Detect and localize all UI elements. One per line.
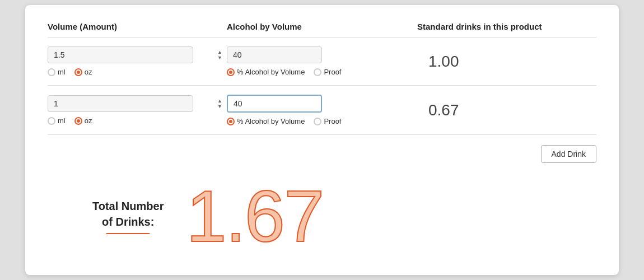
volume-cell-2: ▲ ▼ ml oz <box>48 95 227 125</box>
abv-type-group-1: % Alcohol by Volume Proof <box>227 68 417 76</box>
total-section: Total Number of Drinks: 1.67 <box>48 180 596 253</box>
unit-ml-2[interactable]: ml <box>48 116 66 125</box>
unit-radio-group-2: ml oz <box>48 116 227 125</box>
abv-percent-label-2: % Alcohol by Volume <box>237 117 305 125</box>
std-drinks-cell-2: 0.67 <box>417 101 596 119</box>
main-card: Volume (Amount) Alcohol by Volume Standa… <box>25 5 619 275</box>
total-label-line2: of Drinks: <box>102 216 154 228</box>
volume-input-2[interactable] <box>48 95 193 112</box>
abv-proof-circle-1 <box>314 68 321 76</box>
abv-input-1[interactable] <box>227 46 322 63</box>
abv-proof-2[interactable]: Proof <box>314 117 341 125</box>
table-header: Volume (Amount) Alcohol by Volume Standa… <box>48 22 596 38</box>
spinner-up-1[interactable]: ▲ <box>217 50 222 55</box>
volume-input-wrapper-2: ▲ ▼ <box>48 95 227 112</box>
abv-type-group-2: % Alcohol by Volume Proof <box>227 117 417 125</box>
spinner-down-2[interactable]: ▼ <box>217 104 222 109</box>
spinner-up-2[interactable]: ▲ <box>217 99 222 104</box>
header-std-drinks: Standard drinks in this product <box>417 22 596 31</box>
std-drinks-value-1: 1.00 <box>417 53 596 71</box>
unit-oz-1[interactable]: oz <box>74 68 92 76</box>
header-abv: Alcohol by Volume <box>227 22 417 31</box>
unit-ml-circle-2 <box>48 117 55 125</box>
abv-proof-label-1: Proof <box>324 68 341 76</box>
unit-ml-1[interactable]: ml <box>48 68 66 76</box>
spinner-2: ▲ ▼ <box>217 99 222 109</box>
unit-ml-circle-1 <box>48 68 55 76</box>
abv-percent-label-1: % Alcohol by Volume <box>237 68 305 76</box>
std-drinks-value-2: 0.67 <box>417 101 596 119</box>
abv-proof-1[interactable]: Proof <box>314 68 341 76</box>
unit-oz-2[interactable]: oz <box>74 116 92 125</box>
abv-percent-1[interactable]: % Alcohol by Volume <box>227 68 305 76</box>
volume-cell-1: ▲ ▼ ml oz <box>48 46 227 76</box>
volume-input-wrapper-1: ▲ ▼ <box>48 46 227 63</box>
unit-oz-label-1: oz <box>85 68 92 76</box>
table-row-2: ▲ ▼ ml oz <box>48 86 596 135</box>
add-drink-button[interactable]: Add Drink <box>541 145 596 163</box>
abv-cell-1: % Alcohol by Volume Proof <box>227 46 417 76</box>
unit-ml-label-2: ml <box>58 116 66 125</box>
drinks-table: Volume (Amount) Alcohol by Volume Standa… <box>48 22 596 135</box>
abv-percent-circle-2 <box>227 118 235 125</box>
unit-oz-circle-1 <box>74 68 82 76</box>
volume-input-1[interactable] <box>48 46 193 63</box>
total-value: 1.67 <box>186 180 323 253</box>
abv-input-2[interactable] <box>227 95 322 113</box>
total-label-line1: Total Number <box>92 200 164 212</box>
spinner-1: ▲ ▼ <box>217 50 222 60</box>
abv-percent-2[interactable]: % Alcohol by Volume <box>227 117 305 125</box>
unit-radio-group-1: ml oz <box>48 68 227 76</box>
unit-ml-label-1: ml <box>58 68 66 76</box>
std-drinks-cell-1: 1.00 <box>417 53 596 71</box>
header-volume: Volume (Amount) <box>48 22 227 31</box>
abv-proof-label-2: Proof <box>324 117 341 125</box>
abv-cell-2: % Alcohol by Volume Proof <box>227 95 417 125</box>
unit-oz-circle-2 <box>74 117 82 125</box>
total-label: Total Number of Drinks: <box>92 198 164 234</box>
bottom-section: Add Drink <box>48 145 596 163</box>
spinner-down-1[interactable]: ▼ <box>217 55 222 60</box>
unit-oz-label-2: oz <box>85 116 92 125</box>
abv-percent-circle-1 <box>227 68 235 76</box>
table-row: ▲ ▼ ml oz <box>48 38 596 86</box>
abv-proof-circle-2 <box>314 118 321 125</box>
